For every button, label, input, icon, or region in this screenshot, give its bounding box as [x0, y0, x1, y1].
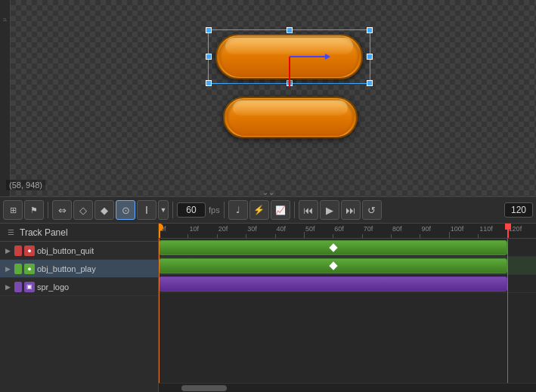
- axis-red: [289, 57, 290, 87]
- timeline-scrollbar[interactable]: [159, 383, 536, 392]
- track-name-0: obj_button_quit: [37, 246, 94, 255]
- pill-bottom[interactable]: [223, 97, 358, 138]
- timeline-track-0[interactable]: [159, 239, 536, 257]
- timeline-track-2[interactable]: [159, 275, 536, 293]
- btn-play[interactable]: ▶: [320, 200, 339, 220]
- track-icon-0: ●: [24, 245, 35, 256]
- collapse-chevron[interactable]: ⌄⌄: [262, 188, 274, 196]
- tool-dropdown[interactable]: ▼: [158, 200, 169, 220]
- scrollbar-thumb[interactable]: [181, 385, 227, 391]
- clip-diamond-0: [330, 243, 338, 252]
- bottom-panel: ☰ Track Panel ▶ ● obj_button_quit ▶ ● ob…: [0, 224, 536, 392]
- track-row-1[interactable]: ▶ ● obj_button_play: [0, 260, 158, 278]
- end-line-vertical: [507, 239, 508, 383]
- tool-view[interactable]: ⊞: [3, 200, 23, 220]
- sep4: [294, 202, 295, 218]
- track-expand-1[interactable]: ▶: [3, 264, 12, 273]
- sep3: [224, 202, 225, 218]
- sep1: [48, 202, 48, 218]
- timeline-track-1[interactable]: [159, 257, 536, 275]
- clip-0[interactable]: [159, 240, 507, 255]
- tool-diamond-filled[interactable]: ◆: [94, 200, 114, 220]
- track-expand-0[interactable]: ▶: [3, 246, 12, 255]
- fps-value[interactable]: 60: [177, 202, 206, 218]
- end-frame[interactable]: 120: [504, 202, 533, 218]
- track-row-0[interactable]: ▶ ● obj_button_quit: [0, 242, 158, 260]
- clip-diamond-1: [330, 261, 338, 270]
- ruler-left: rl: [0, 0, 11, 196]
- tool-text[interactable]: I: [137, 200, 156, 220]
- tool-dot[interactable]: ⊙: [116, 200, 135, 220]
- clip-2[interactable]: [159, 276, 507, 292]
- timeline-area: 0f10f20f30f40f50f60f70f80f90f100f110f120…: [159, 224, 536, 392]
- track-list-header: ☰ Track Panel: [0, 224, 158, 242]
- tool-flag[interactable]: ⚑: [24, 200, 44, 220]
- toolbar: ⊞ ⚑ ⇔ ◇ ◆ ⊙ I ▼ 60 fps ♩ ⚡ 📈 ⏮: [0, 196, 536, 224]
- btn-skip-start[interactable]: ⏮: [299, 200, 318, 220]
- canvas-area: rl: [0, 0, 536, 196]
- coordinates: (58, 948): [6, 180, 45, 190]
- track-color-1: [14, 264, 22, 274]
- end-marker-head: [505, 224, 511, 230]
- track-color-0: [14, 245, 22, 256]
- track-icon-1: ●: [24, 264, 35, 274]
- track-color-2: [14, 282, 22, 292]
- end-marker-ruler: [507, 224, 509, 238]
- tool-diamond[interactable]: ◇: [73, 200, 93, 220]
- start-marker: [159, 224, 160, 238]
- clip-1[interactable]: [159, 258, 507, 273]
- track-list: ☰ Track Panel ▶ ● obj_button_quit ▶ ● ob…: [0, 224, 159, 392]
- timeline-ruler[interactable]: 0f10f20f30f40f50f60f70f80f90f100f110f120…: [159, 224, 536, 239]
- tool-graph[interactable]: 📈: [271, 200, 290, 220]
- tool-arrow[interactable]: ⇔: [52, 200, 72, 220]
- track-row-2[interactable]: ▶ ▣ spr_logo: [0, 278, 158, 296]
- track-name-2: spr_logo: [37, 282, 69, 292]
- axis-blue: [290, 56, 327, 57]
- tool-lightning[interactable]: ⚡: [249, 200, 269, 220]
- track-list-icon: ☰: [5, 227, 17, 239]
- fps-label: fps: [209, 205, 220, 215]
- timeline-tracks: [159, 239, 536, 383]
- ruler-ticks: 0f10f20f30f40f50f60f70f80f90f100f110f120…: [159, 224, 536, 238]
- track-panel-label: Track Panel: [20, 227, 68, 238]
- pill-top[interactable]: [215, 34, 363, 79]
- tool-metronome[interactable]: ♩: [228, 200, 248, 220]
- sep2: [172, 202, 173, 218]
- track-name-1: obj_button_play: [37, 264, 96, 273]
- track-expand-2[interactable]: ▶: [3, 282, 12, 292]
- btn-skip-end[interactable]: ⏭: [341, 200, 361, 220]
- track-icon-2: ▣: [24, 282, 35, 292]
- btn-loop[interactable]: ↺: [362, 200, 382, 220]
- time-line-vertical: [159, 239, 160, 383]
